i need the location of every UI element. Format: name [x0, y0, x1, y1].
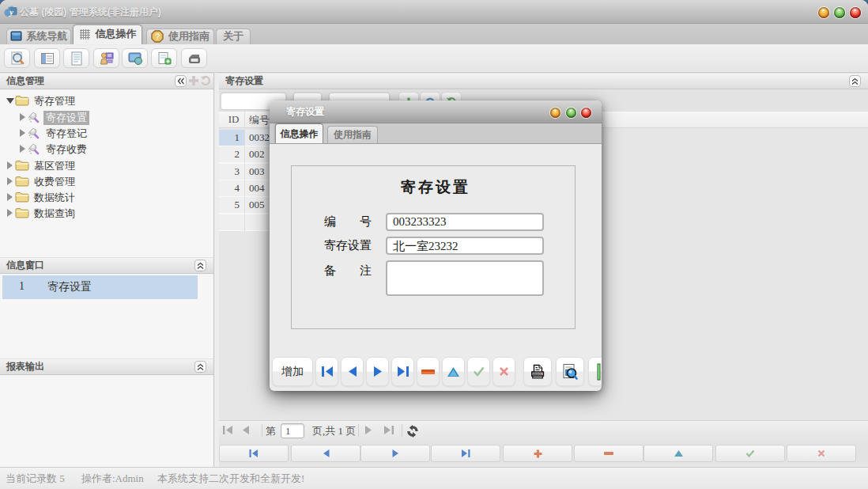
svg-text:?: ? [155, 32, 160, 41]
